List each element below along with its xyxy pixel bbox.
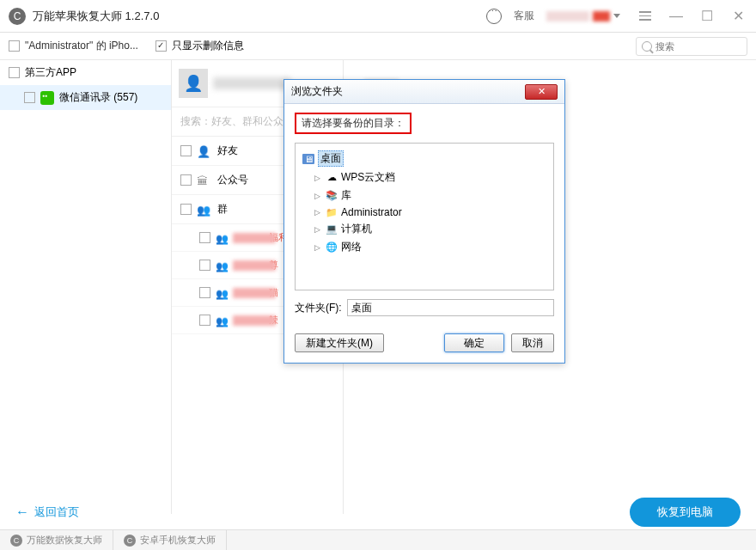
menu-button[interactable] bbox=[636, 7, 655, 26]
checkbox[interactable] bbox=[180, 145, 192, 156]
sidebar-item-wechat-contacts[interactable]: 微信通讯录 (557) bbox=[0, 85, 171, 110]
tree-node-computer[interactable]: ▷💻计算机 bbox=[314, 220, 546, 238]
dialog-title: 浏览文件夹 bbox=[291, 84, 343, 99]
person-icon: 👤 bbox=[197, 145, 210, 157]
restore-to-computer-button[interactable]: 恢复到电脑 bbox=[630, 498, 741, 527]
network-icon: 🌐 bbox=[326, 242, 338, 253]
bottombar-item-data-recovery[interactable]: C万能数据恢复大师 bbox=[0, 530, 113, 550]
tree-node-wps[interactable]: ▷☁WPS云文档 bbox=[314, 168, 546, 186]
desktop-icon: 🖥 bbox=[302, 154, 314, 164]
dialog-prompt: 请选择要备份的目录： bbox=[295, 113, 412, 134]
tree-node-administrator[interactable]: ▷📁Administrator bbox=[314, 205, 546, 220]
user-folder-icon: 📁 bbox=[326, 207, 338, 217]
group-icon: 👥 bbox=[216, 260, 228, 271]
expand-icon[interactable]: ▷ bbox=[314, 225, 322, 234]
filter-deleted-checkbox[interactable] bbox=[155, 40, 167, 52]
search-icon bbox=[642, 41, 652, 52]
tree-node-network[interactable]: ▷🌐网络 bbox=[314, 238, 546, 256]
avatar: 👤 bbox=[179, 69, 208, 98]
building-icon: 🏛 bbox=[197, 174, 210, 186]
ok-button[interactable]: 确定 bbox=[444, 333, 504, 352]
sidebar: 第三方APP 微信通讯录 (557) bbox=[0, 60, 172, 514]
category-label: 公众号 bbox=[217, 173, 248, 187]
sidebar-item-label: 微信通讯录 (557) bbox=[59, 90, 137, 105]
expand-icon[interactable]: ▷ bbox=[314, 174, 322, 182]
support-icon[interactable] bbox=[486, 9, 502, 24]
category-label: 好友 bbox=[217, 144, 238, 158]
close-button[interactable]: ✕ bbox=[729, 7, 747, 26]
device-name: "Administrator" 的 iPho... bbox=[25, 39, 138, 53]
sidebar-group-thirdparty[interactable]: 第三方APP bbox=[0, 60, 171, 85]
folder-path-label: 文件夹(F): bbox=[295, 301, 342, 315]
account-chip[interactable] bbox=[546, 8, 624, 25]
checkbox[interactable] bbox=[199, 232, 210, 243]
group-icon: 👥 bbox=[197, 204, 210, 216]
checkbox[interactable] bbox=[199, 287, 210, 298]
search-input[interactable] bbox=[655, 41, 733, 52]
group-icon: 👥 bbox=[216, 315, 228, 326]
checkbox[interactable] bbox=[180, 204, 192, 215]
group-icon: 👥 bbox=[216, 288, 228, 298]
group-icon: 👥 bbox=[216, 233, 228, 243]
tree-node-libraries[interactable]: ▷📚库 bbox=[314, 186, 546, 205]
toolbar: "Administrator" 的 iPho... 只显示删除信息 bbox=[0, 33, 756, 60]
folder-tree[interactable]: 🖥桌面 ▷☁WPS云文档 ▷📚库 ▷📁Administrator ▷💻计算机 ▷… bbox=[295, 143, 554, 290]
filter-label: 只显示删除信息 bbox=[172, 39, 244, 53]
folder-path-input[interactable] bbox=[347, 299, 554, 316]
dialog-titlebar[interactable]: 浏览文件夹 ✕ bbox=[284, 80, 564, 104]
minimize-button[interactable]: — bbox=[667, 7, 686, 26]
new-folder-button[interactable]: 新建文件夹(M) bbox=[295, 333, 384, 352]
cloud-icon: ☁ bbox=[326, 173, 338, 183]
maximize-button[interactable]: ☐ bbox=[698, 7, 716, 26]
bottombar-item-android-recovery[interactable]: C安卓手机恢复大师 bbox=[113, 530, 227, 550]
back-home-link[interactable]: ←返回首页 bbox=[15, 504, 79, 520]
expand-icon[interactable]: ▷ bbox=[314, 192, 322, 200]
arrow-left-icon: ← bbox=[15, 504, 29, 520]
checkbox[interactable] bbox=[199, 315, 210, 326]
select-all-checkbox[interactable] bbox=[9, 40, 20, 52]
expand-icon[interactable]: ▷ bbox=[314, 208, 322, 217]
dialog-close-button[interactable]: ✕ bbox=[525, 84, 558, 100]
library-icon: 📚 bbox=[326, 191, 338, 201]
sidebar-label: 第三方APP bbox=[25, 65, 76, 80]
bottom-bar: C万能数据恢复大师 C安卓手机恢复大师 bbox=[0, 529, 756, 550]
wechat-icon bbox=[40, 91, 54, 105]
chevron-down-icon bbox=[613, 14, 620, 18]
browse-folder-dialog: 浏览文件夹 ✕ 请选择要备份的目录： 🖥桌面 ▷☁WPS云文档 ▷📚库 ▷📁Ad… bbox=[284, 79, 565, 364]
app-icon: C bbox=[10, 535, 22, 547]
titlebar: C 万能苹果恢复大师 1.2.7.0 客服 — ☐ ✕ bbox=[0, 0, 756, 33]
checkbox[interactable] bbox=[24, 92, 35, 103]
checkbox[interactable] bbox=[9, 67, 20, 78]
tree-node-desktop[interactable]: 🖥桌面 bbox=[302, 149, 546, 168]
expand-icon[interactable]: ▷ bbox=[314, 243, 322, 252]
search-box[interactable] bbox=[636, 37, 747, 56]
checkbox[interactable] bbox=[180, 174, 192, 186]
checkbox[interactable] bbox=[199, 260, 210, 271]
computer-icon: 💻 bbox=[326, 224, 338, 235]
app-icon: C bbox=[9, 8, 26, 25]
app-title: 万能苹果恢复大师 1.2.7.0 bbox=[33, 9, 159, 24]
profile-name-redacted bbox=[213, 77, 290, 89]
support-label[interactable]: 客服 bbox=[514, 9, 534, 23]
category-label: 群 bbox=[217, 202, 228, 217]
app-icon: C bbox=[124, 535, 136, 547]
footer: ←返回首页 恢复到电脑 bbox=[0, 495, 756, 529]
cancel-button[interactable]: 取消 bbox=[511, 333, 554, 352]
